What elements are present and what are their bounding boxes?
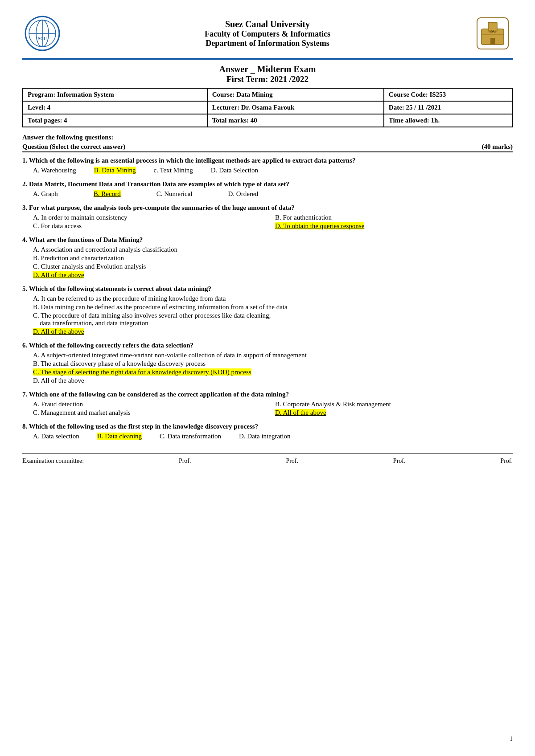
question-5-text: 5. Which of the following statements is …: [22, 285, 513, 293]
footer-label: Examination committee:: [22, 458, 84, 465]
date-cell: Date: 25 / 11 /2021: [384, 101, 512, 114]
question-7-text: 7. Which one of the following can be con…: [22, 391, 513, 398]
q3-answer-d: D. To obtain the queries response: [275, 222, 513, 230]
instructions: Answer the following questions:: [22, 134, 513, 141]
course-code-cell: Course Code: IS253: [384, 88, 512, 101]
q6-answer-c: C. The stage of selecting the right data…: [33, 368, 513, 376]
svg-text:SCU: SCU: [38, 36, 47, 41]
question-6: 6. Which of the following correctly refe…: [22, 342, 513, 384]
q5-answer-c: C. The procedure of data mining also inv…: [33, 312, 513, 327]
q7-answer-d: D. All of the above: [275, 409, 513, 417]
footer-prof-1: Prof.: [179, 458, 191, 465]
left-logo: SCU: [22, 13, 62, 53]
q5-answer-a: A. It can be referred to as the procedur…: [33, 295, 513, 302]
q7-answer-b: B. Corporate Analysis & Risk management: [275, 400, 513, 408]
program-cell: Program: Information System: [23, 88, 207, 101]
q3-answer-b: B. For authentication: [275, 214, 513, 221]
question-6-answers: A. A subject-oriented integrated time-va…: [22, 351, 513, 384]
question-section-header: Question (Select the correct answer) (40…: [22, 143, 513, 152]
question-6-text: 6. Which of the following correctly refe…: [22, 342, 513, 349]
header-divider: [22, 58, 513, 60]
q3-answer-a: A. In order to maintain consistency: [33, 214, 271, 221]
info-row-1: Program: Information System Course: Data…: [23, 88, 512, 101]
question-5-answers: A. It can be referred to as the procedur…: [22, 295, 513, 335]
department-name: Department of Information Systems: [62, 39, 473, 48]
question-4-answers: A. Association and correctional analysis…: [22, 246, 513, 279]
question-4: 4. What are the functions of Data Mining…: [22, 236, 513, 279]
q2-answer-d: D. Ordered: [228, 190, 258, 198]
question-3: 3. For what purpose, the analysis tools …: [22, 204, 513, 230]
svg-text:ISC: ISC: [489, 29, 496, 33]
question-section-label: Question (Select the correct answer): [22, 143, 125, 151]
q1-answer-c: c. Text Mining: [154, 167, 193, 174]
time-cell: Time allowed: 1h.: [384, 114, 512, 127]
info-table: Program: Information System Course: Data…: [22, 88, 513, 127]
q1-answer-b: B. Data Mining: [94, 167, 136, 174]
q7-answer-c: C. Management and market analysis: [33, 409, 271, 417]
question-4-text: 4. What are the functions of Data Mining…: [22, 236, 513, 244]
q5-answer-b: B. Data mining can be defined as the pro…: [33, 303, 513, 311]
question-1: 1. Which of the following is an essentia…: [22, 157, 513, 174]
question-2-text: 2. Data Matrix, Document Data and Transa…: [22, 180, 513, 188]
header-text: Suez Canal University Faculty of Compute…: [62, 19, 473, 48]
question-7-answers: A. Fraud detection B. Corporate Analysis…: [22, 400, 513, 417]
exam-title-line1: Answer _ Midterm Exam: [22, 64, 513, 74]
footer-prof-2: Prof.: [286, 458, 298, 465]
right-logo: ISC: [473, 13, 513, 53]
question-5: 5. Which of the following statements is …: [22, 285, 513, 335]
q3-answer-c: C. For data access: [33, 222, 271, 230]
q2-answer-b: B. Record: [94, 190, 121, 198]
q8-answer-d: D. Data integration: [239, 433, 290, 440]
page-header: SCU Suez Canal University Faculty of Com…: [22, 13, 513, 53]
question-1-answers: A. Warehousing B. Data Mining c. Text Mi…: [22, 167, 513, 174]
svg-rect-9: [490, 38, 495, 45]
q4-answer-c: C. Cluster analysis and Evolution analys…: [33, 263, 513, 270]
level-cell: Level: 4: [23, 101, 207, 114]
total-pages-cell: Total pages: 4: [23, 114, 207, 127]
q8-answer-a: A. Data selection: [33, 433, 79, 440]
q7-answer-a: A. Fraud detection: [33, 400, 271, 408]
question-3-answers: A. In order to maintain consistency B. F…: [22, 214, 513, 230]
q1-answer-a: A. Warehousing: [33, 167, 76, 174]
exam-title: Answer _ Midterm Exam First Term: 2021 /…: [22, 64, 513, 84]
q4-answer-a: A. Association and correctional analysis…: [33, 246, 513, 253]
lecturer-cell: Lecturer: Dr. Osama Farouk: [207, 101, 384, 114]
footer-prof-3: Prof.: [393, 458, 406, 465]
q2-answer-c: C. Numerical: [156, 190, 193, 198]
question-7: 7. Which one of the following can be con…: [22, 391, 513, 417]
q6-answer-b: B. The actual discovery phase of a knowl…: [33, 360, 513, 368]
question-2: 2. Data Matrix, Document Data and Transa…: [22, 180, 513, 198]
footer-prof-4: Prof.: [500, 458, 513, 465]
university-name: Suez Canal University: [62, 19, 473, 29]
footer: Examination committee: Prof. Prof. Prof.…: [22, 454, 513, 465]
q4-answer-d: D. All of the above: [33, 271, 513, 279]
info-row-3: Total pages: 4 Total marks: 40 Time allo…: [23, 114, 512, 127]
total-marks-cell: Total marks: 40: [207, 114, 384, 127]
info-row-2: Level: 4 Lecturer: Dr. Osama Farouk Date…: [23, 101, 512, 114]
q5-answer-d: D. All of the above: [33, 328, 513, 335]
q2-answer-a: A. Graph: [33, 190, 58, 198]
question-3-text: 3. For what purpose, the analysis tools …: [22, 204, 513, 212]
q8-answer-b: B. Data cleaning: [97, 433, 142, 440]
question-8-answers: A. Data selection B. Data cleaning C. Da…: [22, 433, 513, 440]
faculty-name: Faculty of Computers & Informatics: [62, 29, 473, 39]
question-8-text: 8. Which of the following used as the fi…: [22, 423, 513, 430]
question-2-answers: A. Graph B. Record C. Numerical D. Order…: [22, 190, 513, 198]
q8-answer-c: C. Data transformation: [160, 433, 221, 440]
course-cell: Course: Data Mining: [207, 88, 384, 101]
page-number: 1: [510, 736, 513, 743]
q6-answer-a: A. A subject-oriented integrated time-va…: [33, 351, 513, 359]
exam-title-line2: First Term: 2021 /2022: [22, 74, 513, 84]
q4-answer-b: B. Prediction and characterization: [33, 254, 513, 262]
question-section-marks: (40 marks): [482, 143, 513, 151]
q1-answer-d: D. Data Selection: [211, 167, 258, 174]
questions-list: 1. Which of the following is an essentia…: [22, 157, 513, 440]
question-8: 8. Which of the following used as the fi…: [22, 423, 513, 440]
q6-answer-d: D. All of the above: [33, 377, 513, 384]
question-1-text: 1. Which of the following is an essentia…: [22, 157, 513, 164]
